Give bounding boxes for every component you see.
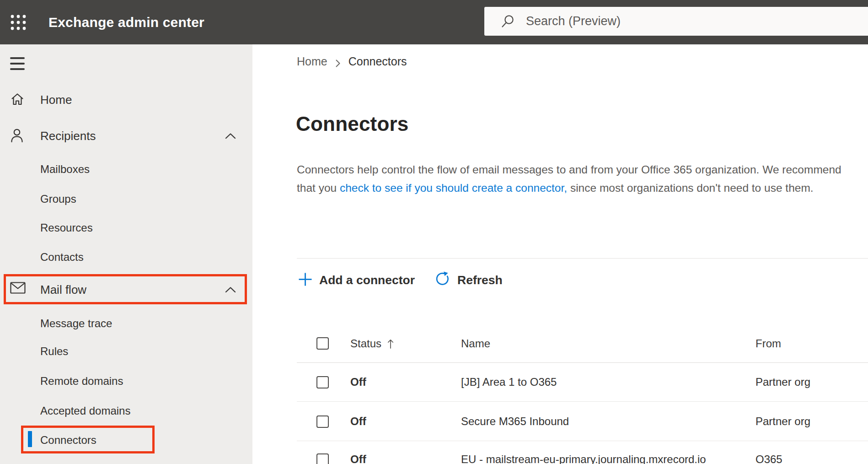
page-title: Connectors (296, 113, 408, 135)
add-connector-button[interactable]: Add a connector (298, 272, 415, 288)
page-description: Connectors help control the flow of emai… (297, 161, 852, 197)
cell-status: Off (350, 453, 366, 464)
sidebar-item-home[interactable]: Home (0, 87, 252, 113)
chevron-right-icon (335, 57, 341, 66)
toolbar-divider (297, 258, 868, 259)
cell-name: EU - mailstream-eu-primary.journaling.mx… (461, 453, 706, 464)
selected-indicator (28, 431, 32, 447)
refresh-button[interactable]: Refresh (435, 271, 503, 289)
column-header-status[interactable]: Status (350, 337, 394, 351)
sidebar-item-accepted-domains[interactable]: Accepted domains (0, 398, 252, 424)
sidebar-item-mailboxes[interactable]: Mailboxes (0, 156, 252, 182)
app-title: Exchange admin center (48, 0, 204, 44)
person-icon (10, 128, 25, 144)
cell-from: Partner org (755, 415, 810, 428)
row-checkbox[interactable] (316, 415, 329, 428)
sidebar: Home Recipients Mailboxes Groups Resourc… (0, 44, 252, 464)
cell-status: Off (350, 415, 366, 428)
table-row[interactable]: Off Secure M365 Inbound Partner org (252, 410, 868, 448)
row-checkbox[interactable] (316, 453, 329, 464)
plus-icon (298, 272, 312, 288)
home-icon (10, 92, 25, 108)
menu-toggle-icon[interactable] (10, 57, 25, 70)
select-all-checkbox[interactable] (316, 337, 329, 350)
search-icon (501, 14, 515, 28)
row-checkbox[interactable] (316, 376, 329, 388)
refresh-icon (435, 271, 450, 289)
cell-status: Off (350, 376, 366, 388)
topbar: Exchange admin center (0, 0, 868, 44)
sidebar-item-contacts[interactable]: Contacts (0, 244, 252, 270)
column-header-from[interactable]: From (755, 337, 781, 351)
sidebar-item-resources[interactable]: Resources (0, 215, 252, 241)
search-input[interactable] (526, 14, 800, 28)
chevron-up-icon[interactable] (225, 286, 236, 293)
sidebar-item-recipients[interactable]: Recipients (0, 123, 252, 149)
cell-name: Secure M365 Inbound (461, 415, 569, 428)
search-box[interactable] (484, 7, 868, 36)
app-launcher-icon[interactable] (10, 14, 27, 31)
envelope-icon (10, 282, 25, 297)
sort-ascending-icon (387, 339, 394, 349)
chevron-up-icon[interactable] (225, 133, 236, 139)
main-content: Home Connectors Connectors Connectors he… (252, 44, 868, 464)
sidebar-item-remote-domains[interactable]: Remote domains (0, 368, 252, 394)
sidebar-item-rules[interactable]: Rules (0, 339, 252, 364)
sidebar-item-groups[interactable]: Groups (0, 186, 252, 212)
table-header-row: Status Name From (252, 331, 868, 356)
header-divider (297, 362, 868, 363)
cell-name: [JB] Area 1 to O365 (461, 376, 557, 388)
breadcrumb-home-link[interactable]: Home (297, 55, 327, 68)
create-connector-check-link[interactable]: check to see if you should create a conn… (340, 182, 567, 194)
row-divider (297, 441, 868, 441)
column-header-name[interactable]: Name (461, 337, 490, 351)
cell-from: Partner org (755, 376, 810, 388)
breadcrumb-current: Connectors (348, 55, 407, 68)
row-divider (297, 401, 868, 402)
sidebar-item-message-trace[interactable]: Message trace (0, 311, 252, 336)
cell-from: O365 (755, 453, 782, 464)
breadcrumb: Home Connectors (297, 54, 407, 69)
description-text-after: since most organizations don't need to u… (567, 182, 814, 194)
sidebar-item-mail-flow[interactable]: Mail flow (0, 277, 252, 302)
toolbar: Add a connector Refresh (298, 268, 503, 292)
table-row[interactable]: Off EU - mailstream-eu-primary.journalin… (252, 448, 868, 464)
sidebar-item-connectors[interactable]: Connectors (0, 427, 252, 453)
table-row[interactable]: Off [JB] Area 1 to O365 Partner org (252, 371, 868, 409)
